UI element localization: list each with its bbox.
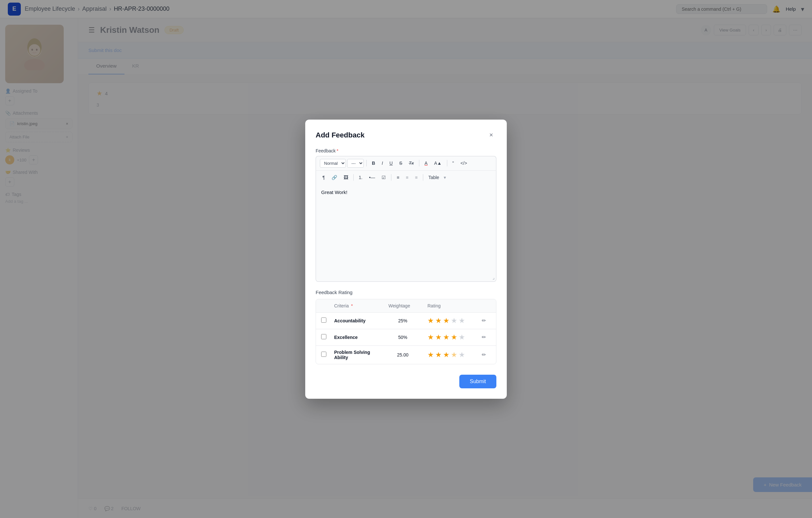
row2-criteria: Excellence (329, 331, 383, 344)
row2-edit-button[interactable]: ✏ (482, 334, 486, 340)
checklist-button[interactable]: ☑ (379, 173, 388, 182)
th-rating: Rating (422, 299, 476, 312)
row3-checkbox-cell (316, 348, 329, 362)
row1-edit-button[interactable]: ✏ (482, 317, 486, 324)
th-checkbox (316, 299, 329, 312)
star-2-5[interactable]: ★ (459, 333, 465, 341)
align-right-button[interactable]: ≡ (412, 173, 420, 182)
star-3-4[interactable]: ★ (451, 351, 457, 359)
th-weightage: Weightage (383, 299, 422, 312)
star-1-5[interactable]: ★ (459, 316, 465, 325)
table-row: Problem Solving Ability 25.00 ★ ★ ★ ★ ★ … (316, 346, 496, 364)
star-3-1[interactable]: ★ (428, 351, 434, 359)
row1-stars: ★ ★ ★ ★ ★ (428, 316, 471, 325)
th-criteria: Criteria * (329, 299, 383, 312)
star-1-2[interactable]: ★ (435, 316, 442, 325)
row3-stars: ★ ★ ★ ★ ★ (428, 351, 471, 359)
th-actions (476, 299, 496, 312)
row2-stars: ★ ★ ★ ★ ★ (428, 333, 471, 341)
format-select[interactable]: Normal (320, 159, 346, 168)
row1-criteria: Accountability (329, 314, 383, 327)
link-button[interactable]: 🔗 (329, 173, 340, 182)
blockquote-button[interactable]: " (450, 159, 457, 167)
paragraph-button[interactable]: ¶ (320, 173, 328, 182)
underline-button[interactable]: U (387, 159, 395, 167)
star-3-5[interactable]: ★ (459, 351, 465, 359)
row1-rating: ★ ★ ★ ★ ★ (422, 313, 476, 329)
star-2-2[interactable]: ★ (435, 333, 442, 341)
row1-checkbox[interactable] (321, 317, 326, 323)
italic-button[interactable]: I (379, 159, 385, 167)
star-3-3[interactable]: ★ (443, 351, 450, 359)
ordered-list-button[interactable]: 1. (356, 173, 366, 182)
row3-weightage: 25.00 (383, 348, 422, 361)
star-2-3[interactable]: ★ (443, 333, 450, 341)
rating-table: Criteria * Weightage Rating Accountabili… (316, 299, 496, 364)
modal-footer: Submit (316, 375, 496, 388)
clear-format-button[interactable]: Tx (406, 159, 416, 167)
row2-checkbox[interactable] (321, 334, 326, 339)
toolbar-sep-4 (353, 174, 354, 181)
modal-header: Add Feedback × (316, 130, 496, 141)
align-center-button[interactable]: ≡ (403, 173, 411, 182)
row1-weightage: 25% (383, 314, 422, 327)
add-feedback-modal: Add Feedback × Feedback* Normal --- B I … (305, 120, 507, 399)
star-3-2[interactable]: ★ (435, 351, 442, 359)
toolbar-sep-6 (423, 174, 423, 181)
row1-checkbox-cell (316, 313, 329, 328)
star-1-1[interactable]: ★ (428, 316, 434, 325)
image-button[interactable]: 🖼 (341, 173, 351, 182)
table-row: Excellence 50% ★ ★ ★ ★ ★ ✏ (316, 329, 496, 346)
row3-rating: ★ ★ ★ ★ ★ (422, 347, 476, 363)
row3-criteria: Problem Solving Ability (329, 346, 383, 364)
table-button[interactable]: Table (426, 173, 442, 182)
font-color-button[interactable]: A (422, 159, 430, 167)
strikethrough-button[interactable]: S (397, 159, 405, 167)
feedback-field: Feedback* Normal --- B I U S Tx A A▲ (316, 148, 496, 282)
table-header-row: Criteria * Weightage Rating (316, 299, 496, 313)
row3-edit-button[interactable]: ✏ (482, 352, 486, 358)
resize-handle[interactable]: ⌟ (492, 275, 495, 280)
feedback-label: Feedback* (316, 148, 496, 153)
bold-button[interactable]: B (369, 159, 378, 167)
close-button[interactable]: × (486, 130, 496, 141)
toolbar-sep-2 (419, 160, 419, 166)
align-left-button[interactable]: ≡ (394, 173, 402, 182)
modal-title: Add Feedback (316, 131, 365, 140)
table-chevron-icon: ▾ (444, 175, 446, 180)
row2-rating: ★ ★ ★ ★ ★ (422, 329, 476, 345)
star-2-1[interactable]: ★ (428, 333, 434, 341)
star-1-4[interactable]: ★ (451, 316, 457, 325)
row3-checkbox[interactable] (321, 352, 326, 357)
row2-edit-cell: ✏ (476, 330, 496, 344)
toolbar-sep-1 (366, 160, 367, 166)
row2-weightage: 50% (383, 331, 422, 344)
editor-toolbar: Normal --- B I U S Tx A A▲ " </> (316, 156, 496, 170)
highlight-button[interactable]: A▲ (431, 159, 444, 167)
submit-button[interactable]: Submit (459, 375, 496, 388)
toolbar-sep-5 (391, 174, 392, 181)
feedback-editor[interactable]: Great Work! ⌟ (316, 184, 496, 282)
row3-edit-cell: ✏ (476, 348, 496, 362)
star-1-3[interactable]: ★ (443, 316, 450, 325)
editor-toolbar-2: ¶ 🔗 🖼 1. •— ☑ ≡ ≡ ≡ Table ▾ (316, 170, 496, 184)
bullet-list-button[interactable]: •— (366, 173, 378, 182)
code-button[interactable]: </> (458, 159, 470, 167)
row2-checkbox-cell (316, 330, 329, 344)
star-2-4[interactable]: ★ (451, 333, 457, 341)
feedback-rating-label: Feedback Rating (316, 290, 496, 295)
size-select[interactable]: --- (347, 159, 364, 168)
table-row: Accountability 25% ★ ★ ★ ★ ★ ✏ (316, 313, 496, 329)
modal-overlay: Add Feedback × Feedback* Normal --- B I … (0, 0, 812, 518)
feedback-rating-section: Feedback Rating Criteria * Weightage Rat… (316, 290, 496, 364)
row1-edit-cell: ✏ (476, 313, 496, 328)
toolbar-sep-3 (447, 160, 447, 166)
